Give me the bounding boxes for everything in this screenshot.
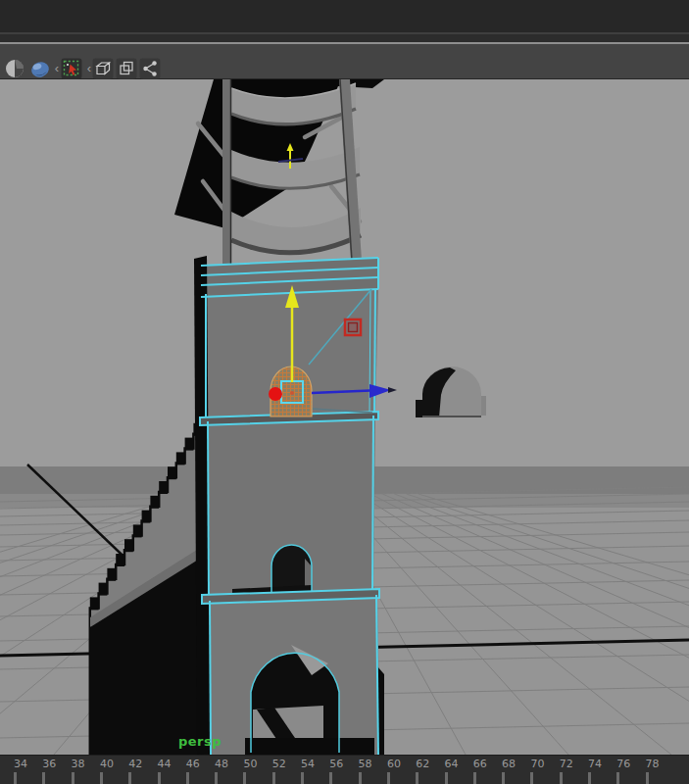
timeline-frame-number: 70 <box>530 758 544 770</box>
smooth-shade-icon[interactable] <box>29 58 51 79</box>
timeline-frame-number: 60 <box>387 758 401 770</box>
timeline-tick <box>301 772 304 784</box>
titlebar <box>0 0 689 44</box>
timeline-frame-number: 58 <box>359 758 372 770</box>
timeline-tick <box>215 772 218 784</box>
timeline-tick <box>359 772 362 784</box>
timeline-frame-number: 74 <box>588 758 602 770</box>
flag-pole-left <box>222 79 231 267</box>
poly-cube-icon[interactable] <box>92 58 114 79</box>
timeline-frame-number: 50 <box>243 758 257 770</box>
timeline-tick <box>272 772 275 784</box>
duplicate-icon[interactable] <box>116 58 137 79</box>
timeline-frame-number: 66 <box>473 758 487 770</box>
timeline-tick <box>14 772 17 784</box>
timeline-frame-number: 62 <box>416 758 429 770</box>
marquee-select-icon[interactable] <box>61 58 82 79</box>
timeline-tick <box>445 772 448 784</box>
timeline-tick <box>560 772 563 784</box>
timeline-tick <box>473 772 476 784</box>
timeline-frame-number: 44 <box>158 758 172 770</box>
timeline-frame-number: 56 <box>329 758 343 770</box>
timeline-frame-number: 42 <box>128 758 142 770</box>
timeline-tick <box>42 772 45 784</box>
timeline-frame-number: 36 <box>42 758 56 770</box>
timeline-frame-number: 40 <box>100 758 114 770</box>
timeline-tick <box>186 772 189 784</box>
timeline-ruler[interactable]: 3436384042444648505254565860626466687072… <box>0 755 689 784</box>
toolbar-separator: ‹ <box>53 58 61 79</box>
timeline-frame-number: 78 <box>646 758 660 770</box>
timeline-frame-number: 52 <box>272 758 286 770</box>
manipulator-x-handle[interactable] <box>269 387 282 401</box>
titlebar-stripe <box>0 34 689 42</box>
timeline-tick <box>158 772 161 784</box>
camera-label: persp <box>178 734 221 749</box>
timeline-tick <box>329 772 332 784</box>
timeline-tick <box>530 772 533 784</box>
timeline-tick <box>72 772 74 784</box>
timeline-tick <box>128 772 131 784</box>
viewport-scene <box>0 79 689 755</box>
timeline-frame-number: 68 <box>502 758 516 770</box>
share-icon[interactable] <box>139 58 161 79</box>
timeline-tick <box>416 772 418 784</box>
timeline-frame-number: 48 <box>215 758 228 770</box>
timeline-frame-number: 38 <box>72 758 85 770</box>
timeline-tick <box>646 772 649 784</box>
timeline-tick <box>616 772 619 784</box>
timeline-frame-number: 64 <box>445 758 459 770</box>
timeline-frame-number: 46 <box>186 758 200 770</box>
timeline-tick <box>243 772 246 784</box>
timeline-frame-number: 72 <box>560 758 573 770</box>
timeline-tick <box>100 772 103 784</box>
timeline-frame-number: 54 <box>301 758 315 770</box>
timeline-frame-number: 34 <box>14 758 27 770</box>
shaded-display-icon[interactable] <box>4 58 25 79</box>
timeline-tick <box>588 772 591 784</box>
timeline-tick <box>502 772 505 784</box>
3d-viewport[interactable]: persp <box>0 79 689 755</box>
panel-toolbar: ‹ ‹ <box>0 44 689 79</box>
timeline-frame-number: 76 <box>616 758 630 770</box>
timeline-tick <box>387 772 390 784</box>
maya-3d-viewport-app: { "titlebar": { "title": "" }, "toolbar"… <box>0 0 689 784</box>
